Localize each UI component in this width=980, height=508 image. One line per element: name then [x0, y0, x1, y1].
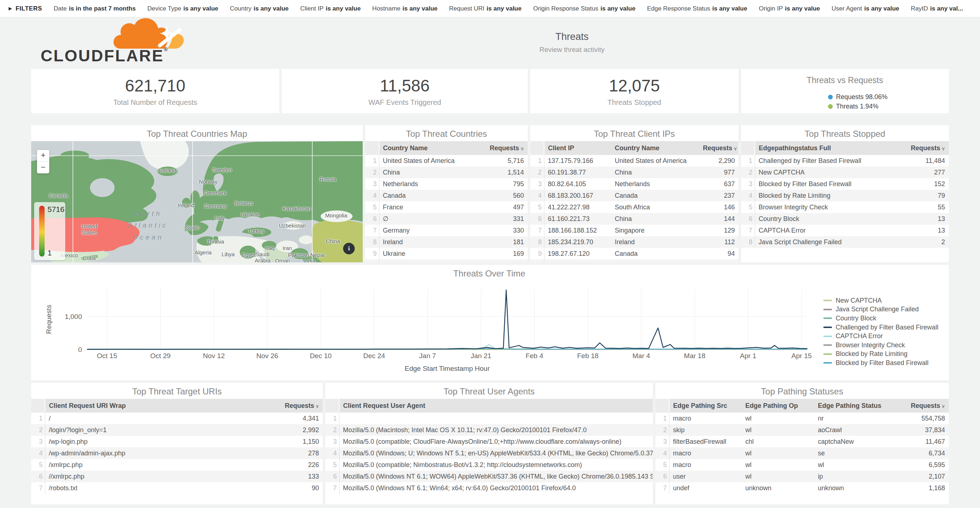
filter-item[interactable]: Origin IPis any value: [759, 5, 820, 12]
stat-label: WAF Events Triggered: [369, 98, 441, 107]
map-zoom-control: + −: [37, 150, 49, 174]
column-header[interactable]: Edge Pathing Status: [814, 399, 898, 412]
map-country-label: Nepal: [310, 252, 324, 258]
table-row[interactable]: 7Mozilla/5.0 (Windows NT 6.1; Win64; x64…: [325, 482, 653, 494]
legend-dash-icon: [823, 300, 832, 301]
column-header[interactable]: Client Request URI Wrap: [45, 399, 268, 412]
column-header[interactable]: Edge Pathing Op: [742, 399, 814, 412]
column-header[interactable]: Requests ∨: [901, 141, 949, 155]
table-row[interactable]: 9198.27.67.120Canada94: [530, 248, 738, 260]
table-row[interactable]: 3Blocked by Filter Based Firewall152: [741, 178, 949, 190]
table-row[interactable]: 4Mozilla/5.0 (Windows; U; Windows NT 5.1…: [325, 447, 653, 459]
filter-item[interactable]: Device Typeis any value: [147, 5, 218, 12]
column-header[interactable]: Requests ∨: [699, 141, 738, 155]
table-row[interactable]: 1: [325, 412, 653, 424]
chart-legend-item[interactable]: CAPTCHA Error: [823, 332, 938, 341]
table-row[interactable]: 1Challenged by Filter Based Firewall11,4…: [741, 155, 949, 167]
y-tick-label: 1,000: [65, 313, 82, 320]
table-row[interactable]: 8185.234.219.70Ireland112: [530, 236, 738, 248]
column-header[interactable]: Client IP: [544, 141, 611, 155]
table-row[interactable]: 2skipwlaoCrawl37,834: [655, 424, 949, 436]
table-row[interactable]: 7Germany330: [365, 225, 528, 236]
filter-item[interactable]: Request URIis any value: [449, 5, 522, 12]
table-row[interactable]: 2New CAPTCHA277: [741, 167, 949, 178]
filter-item[interactable]: Hostnameis any value: [372, 5, 438, 12]
table-row[interactable]: 1061.160.247.137China88: [530, 260, 738, 262]
chart-legend-item[interactable]: Browser Integrity Check: [823, 341, 938, 350]
table-row[interactable]: 9Ukraine169: [365, 248, 528, 260]
filter-item[interactable]: Dateis in the past 7 months: [54, 5, 136, 12]
filter-item[interactable]: Countryis any value: [230, 5, 289, 12]
x-axis-label: Edge Start Timestamp Hour: [405, 365, 490, 372]
top-threat-client-ips-table: Client IPCountry NameRequests ∨1137.175.…: [530, 141, 738, 262]
column-header[interactable]: Edge Pathing Src: [669, 399, 742, 412]
table-row[interactable]: 260.191.38.77China977: [530, 167, 738, 178]
table-row[interactable]: 1137.175.79.166United States of America2…: [530, 155, 738, 167]
table-row[interactable]: 4Canada560: [365, 190, 528, 201]
table-row[interactable]: 7188.166.188.152Singapore129: [530, 225, 738, 236]
table-row[interactable]: 5macrowlwl6,595: [655, 459, 949, 471]
table-row[interactable]: 380.82.64.105Netherlands637: [530, 178, 738, 190]
filter-item[interactable]: User Agentis any value: [832, 5, 899, 12]
chart-legend-item[interactable]: Blocked by Rate Limiting: [823, 350, 938, 359]
column-header[interactable]: Requests ∨: [268, 399, 323, 412]
table-row[interactable]: 10Singapore158: [365, 260, 528, 262]
top-threats-stopped-table: Edgepathingstatus FullRequests ∨1Challen…: [741, 141, 949, 248]
table-row[interactable]: 661.160.221.73China144: [530, 213, 738, 225]
table-row[interactable]: 6Mozilla/5.0 (Windows NT 6.1; WOW64) App…: [325, 471, 653, 482]
filter-item[interactable]: Edge Response Statusis any value: [647, 5, 747, 12]
table-row[interactable]: 5Mozilla/5.0 (compatible; Nimbostratus-B…: [325, 459, 653, 471]
filters-toggle[interactable]: ▶ FILTERS: [9, 5, 42, 12]
table-row[interactable]: 3Netherlands795: [365, 178, 528, 190]
world-map[interactable]: CanadaUnited StatesMexicoCubaIcelandIrel…: [31, 141, 363, 262]
chart-legend-item[interactable]: Blocked by Filter Based Firewall: [823, 358, 938, 368]
column-header[interactable]: Client Request User Agent: [339, 399, 653, 412]
table-row[interactable]: 8Ireland181: [365, 236, 528, 248]
filter-item[interactable]: RayIDis any val...: [911, 5, 963, 12]
table-row[interactable]: 8Java Script Challenge Failed2: [741, 236, 949, 248]
table-row[interactable]: 2Mozilla/5.0 (Macintosh; Intel Mac OS X …: [325, 424, 653, 436]
table-row[interactable]: 1macrowlnr554,758: [655, 412, 949, 424]
chart-legend-item[interactable]: Java Script Challenge Failed: [823, 305, 938, 314]
legend-dash-icon: [823, 354, 832, 355]
table-row[interactable]: 7undefunknownunknown1,168: [655, 482, 949, 494]
table-row[interactable]: 6∅331: [365, 213, 528, 225]
table-row[interactable]: 5Browser Integrity Check55: [741, 201, 949, 213]
filter-item[interactable]: Client IPis any value: [300, 5, 361, 12]
table-row[interactable]: 468.183.200.167Canada237: [530, 190, 738, 201]
table-row[interactable]: 1/4,341: [31, 412, 323, 424]
threats-over-time-chart[interactable]: Oct 15Oct 29Nov 12Nov 26Dec 10Dec 24Jan …: [31, 265, 949, 380]
table-row[interactable]: 541.222.227.98South Africa146: [530, 201, 738, 213]
top-threat-countries-table: Country NameRequests ∨1United States of …: [365, 141, 528, 262]
table-row[interactable]: 2China1,514: [365, 167, 528, 178]
panel-title: Top Threat Target URIs: [31, 383, 323, 399]
column-header[interactable]: Edgepathingstatus Full: [755, 141, 901, 155]
chart-legend-item[interactable]: Challenged by Filter Based Firewall: [823, 323, 938, 332]
table-row[interactable]: 6Country Block13: [741, 213, 949, 225]
map-zoom-in-button[interactable]: +: [37, 150, 49, 162]
filter-item[interactable]: Origin Response Statusis any value: [533, 5, 635, 12]
table-row[interactable]: 1United States of America5,716: [365, 155, 528, 167]
table-row[interactable]: 6//xmlrpc.php133: [31, 471, 323, 482]
column-header[interactable]: Country Name: [379, 141, 485, 155]
table-row[interactable]: 5/xmlrpc.php226: [31, 459, 323, 471]
map-zoom-out-button[interactable]: −: [37, 162, 49, 174]
table-row[interactable]: 5France497: [365, 201, 528, 213]
table-row[interactable]: 4/wp-admin/admin-ajax.php278: [31, 447, 323, 459]
table-row[interactable]: 3Mozilla/5.0 (compatible; CloudFlare-Alw…: [325, 436, 653, 447]
map-info-icon[interactable]: i: [343, 243, 355, 254]
table-row[interactable]: 3/wp-login.php1,150: [31, 436, 323, 447]
table-row[interactable]: 3filterBasedFirewallchlcaptchaNew11,467: [655, 436, 949, 447]
table-row[interactable]: 7CAPTCHA Error13: [741, 225, 949, 236]
column-header[interactable]: Country Name: [611, 141, 699, 155]
table-row[interactable]: 2/login/?login_only=12,992: [31, 424, 323, 436]
map-country-label: Egypt: [242, 252, 256, 258]
table-row[interactable]: 4macrowlse6,734: [655, 447, 949, 459]
chart-legend-item[interactable]: Country Block: [823, 314, 938, 323]
column-header[interactable]: Requests ∨: [485, 141, 528, 155]
table-row[interactable]: 6userwlip2,107: [655, 471, 949, 482]
table-row[interactable]: 7/robots.txt90: [31, 482, 323, 494]
chart-legend-item[interactable]: New CAPTCHA: [823, 296, 938, 305]
table-row[interactable]: 4Blocked by Rate Limiting79: [741, 190, 949, 201]
column-header[interactable]: Requests ∨: [898, 399, 949, 412]
